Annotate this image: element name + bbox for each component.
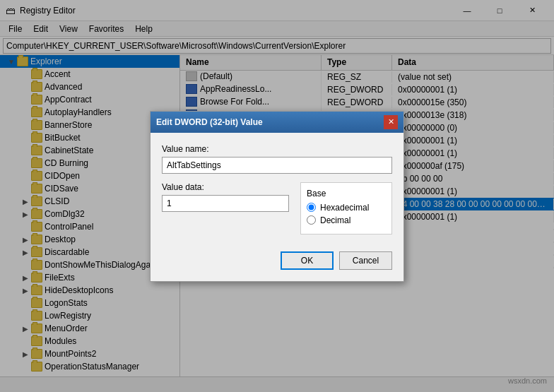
dialog-title-bar: Edit DWORD (32-bit) Value ✕: [151, 112, 403, 133]
decimal-label: Decimal: [320, 215, 350, 225]
ok-button[interactable]: OK: [281, 251, 334, 270]
modal-overlay: Edit DWORD (32-bit) Value ✕ Value name: …: [0, 0, 554, 392]
value-name-input[interactable]: [162, 157, 392, 174]
cancel-button[interactable]: Cancel: [339, 251, 392, 270]
decimal-radio[interactable]: [307, 215, 316, 225]
dialog-data-row: Value data: Base Hexadecimal Decimal: [162, 182, 392, 234]
base-group: Base Hexadecimal Decimal: [300, 182, 392, 234]
base-label: Base: [307, 189, 386, 198]
watermark-text: wsxdn.com: [508, 376, 547, 385]
hexadecimal-label: Hexadecimal: [320, 203, 369, 213]
base-section: Base Hexadecimal Decimal: [300, 182, 392, 234]
edit-dword-dialog: Edit DWORD (32-bit) Value ✕ Value name: …: [150, 111, 404, 282]
watermark: wsxdn.com: [508, 376, 547, 385]
value-data-section: Value data:: [162, 182, 289, 212]
dialog-body: Value name: Value data: Base Hexadecimal: [151, 133, 403, 246]
value-data-label: Value data:: [162, 182, 289, 192]
dialog-title: Edit DWORD (32-bit) Value: [156, 117, 263, 127]
value-name-label: Value name:: [162, 144, 392, 154]
hexadecimal-radio[interactable]: [307, 203, 316, 212]
hexadecimal-option[interactable]: Hexadecimal: [307, 203, 386, 213]
dialog-close-button[interactable]: ✕: [384, 115, 398, 129]
value-data-input[interactable]: [162, 195, 289, 212]
dialog-footer: OK Cancel: [151, 246, 403, 281]
decimal-option[interactable]: Decimal: [307, 215, 386, 225]
